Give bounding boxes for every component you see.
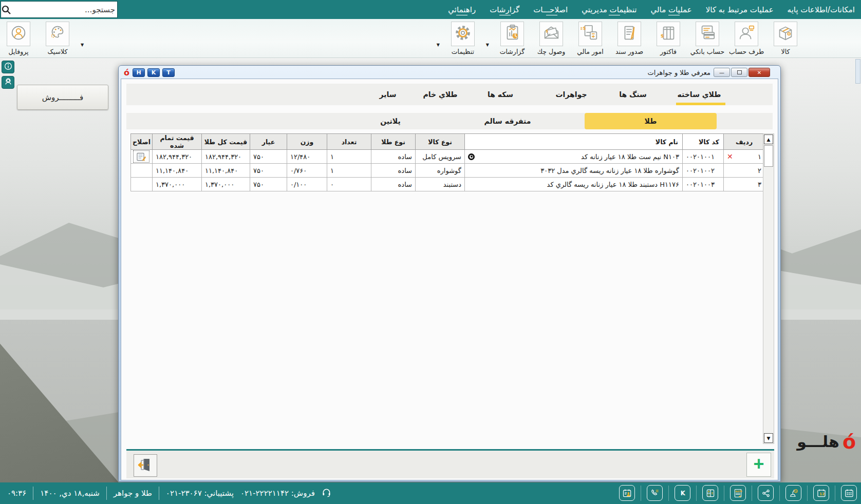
view-eye-icon[interactable] <box>468 153 475 160</box>
column-header-item-type[interactable]: نوع کالا <box>416 134 465 150</box>
main-tab[interactable]: سنگ ها <box>600 84 666 105</box>
calendar-grid-icon[interactable] <box>841 485 857 501</box>
column-header-gold-type[interactable]: نوع طلا <box>371 134 416 150</box>
svg-text:K: K <box>680 490 685 497</box>
grid-vertical-scrollbar[interactable]: ▲ ▼ <box>763 133 774 444</box>
tray-separator <box>696 486 697 501</box>
column-header-weight[interactable]: وزن <box>287 134 327 150</box>
tray-separator <box>779 486 780 501</box>
titlebar-letter-button[interactable]: T <box>162 68 175 77</box>
toolbar-item-finance[interactable]: $≡ امور مالي <box>574 22 606 55</box>
cell-item-name: گوشواره طلا ۱۸ عيار زنانه ريسه گالري مدل… <box>465 164 683 178</box>
toolbar-item-reports[interactable]: گزارشات <box>496 22 528 55</box>
delete-mark-icon[interactable]: ✕ <box>727 153 733 160</box>
scroll-up-button[interactable]: ▲ <box>764 134 773 144</box>
dialog-body: طلاي ساختهسنگ هاجواهراتسکه هاطلاي خامساي… <box>121 79 778 480</box>
reports-dropdown-arrow[interactable]: ▼ <box>486 43 489 47</box>
menu-item[interactable]: اصلاحـــات <box>533 5 568 14</box>
menu-item[interactable]: عمليات مالي <box>650 5 691 14</box>
column-header-row-number[interactable]: رديف <box>724 134 765 150</box>
toolbar-item-check-receipt[interactable]: $ وصول چك <box>535 22 567 55</box>
inkwell-clock-icon[interactable] <box>785 485 801 501</box>
cell-item-type: گوشواره <box>416 164 465 178</box>
support-button[interactable] <box>2 76 14 89</box>
menu-item[interactable]: عمليات مرتبط به کالا <box>706 5 774 14</box>
sales-shortcut-button[interactable]: فـــــــــروش <box>17 85 108 110</box>
svg-text:NOTE: NOTE <box>735 490 742 492</box>
column-header-gold-price[interactable]: قيمت کل طلا <box>202 134 250 150</box>
toolbar-item-customer[interactable]: طرف حساب <box>731 22 762 55</box>
toolbar-label: کالا <box>781 48 790 55</box>
toolbar-item-issue-document[interactable]: صدور سند <box>613 22 645 55</box>
grid-row[interactable]: ✕ ۱ ۰۰۲۰۱۰۰۱ نيم ست طلا ۱۸ عيار زنانه کد… <box>131 150 765 164</box>
menu-item[interactable]: امکانات/اطلاعات پايه <box>788 5 855 14</box>
add-row-button[interactable]: + <box>746 453 771 477</box>
scroll-down-button[interactable]: ▼ <box>764 433 773 443</box>
column-header-item-code[interactable]: کد کالا <box>683 134 724 150</box>
info-icon <box>4 62 12 72</box>
menu-item[interactable]: تنظيمات مديريتي <box>582 5 637 14</box>
toolbar-item-classic-theme[interactable]: کلاسیک <box>42 22 73 55</box>
search-box[interactable] <box>1 2 117 17</box>
sales-phone: فروش: ۰۲۱-۲۲۲۲۱۱۴۲ <box>240 489 315 498</box>
edit-row-button[interactable] <box>134 151 149 162</box>
sub-tab[interactable]: طلا <box>585 113 717 129</box>
toolbar-label: تنظيمات <box>452 48 474 55</box>
settings-dropdown-arrow[interactable]: ▼ <box>437 43 440 47</box>
note-icon[interactable]: NOTE <box>730 485 746 501</box>
gear-icon <box>453 23 473 45</box>
exit-button[interactable] <box>134 454 157 477</box>
k-key-icon[interactable]: K <box>675 485 690 501</box>
statusbar-icon-tray: K NOTE 12 <box>619 485 857 501</box>
search-input[interactable] <box>11 2 119 17</box>
info-button[interactable] <box>2 61 14 73</box>
calendar-12-icon[interactable]: 12 <box>813 485 829 501</box>
grid-row[interactable]: ✕ ۳ ۰۰۲۰۱۰۰۳ دستبند طلا ۱۸ عيار زنانه ري… <box>131 178 765 191</box>
bank-card-icon <box>698 23 717 45</box>
cell-item-name: دستبند طلا ۱۸ عيار زنانه ريسه گالري کد H… <box>465 178 683 191</box>
share-icon[interactable] <box>758 485 774 501</box>
calculator-icon[interactable] <box>702 485 718 501</box>
palette-icon <box>48 23 67 45</box>
phone-list-icon[interactable] <box>647 485 663 501</box>
column-header-total-price[interactable]: قيمت تمام شده <box>153 134 202 150</box>
support-headset-icon <box>4 77 12 88</box>
toolbar-item-invoice[interactable]: $ فاکتور <box>652 22 684 55</box>
toolbar-item-settings[interactable]: تنظيمات <box>447 22 479 55</box>
main-tab[interactable]: طلاي ساخته <box>666 84 733 105</box>
menu-item[interactable]: راهنمائي <box>448 5 476 14</box>
cell-total-price: ۱۸۲,۹۴۴,۳۲۰ <box>153 150 202 164</box>
close-button[interactable]: ✕ <box>748 68 770 77</box>
column-header-karat[interactable]: عيار <box>250 134 287 150</box>
toolbar-item-goods[interactable]: کالا <box>770 22 801 55</box>
main-tab[interactable]: جواهرات <box>538 84 605 105</box>
calendar-user-icon[interactable] <box>619 485 635 501</box>
dialog-titlebar[interactable]: ó HKT معرفي طلا و جواهرات — ✕ <box>121 66 778 79</box>
column-header-edit[interactable]: اصلاح <box>131 134 153 150</box>
maximize-button[interactable] <box>731 68 747 77</box>
cell-gold-type: ساده <box>371 150 416 164</box>
document-pencil-icon <box>620 23 639 45</box>
tray-separator <box>724 486 724 501</box>
column-header-item-name[interactable]: نام کالا <box>465 134 683 150</box>
toolbar-item-bank-account[interactable]: حساب بانکي <box>691 22 723 55</box>
sub-tab[interactable]: متفرقه سالم <box>461 113 554 129</box>
titlebar-letter-button[interactable]: H <box>133 68 145 77</box>
titlebar-letter-button[interactable]: K <box>147 68 160 77</box>
desktop-right-scrollbar[interactable] <box>855 59 860 84</box>
toolbar-label: حساب بانکي <box>690 48 725 55</box>
sub-tab[interactable]: پلاتين <box>344 113 437 129</box>
toolbar-left-group: پروفایل کلاسیک ▼ <box>3 22 84 55</box>
cell-item-code: ۰۰۲۰۱۰۰۱ <box>683 150 724 164</box>
minimize-button[interactable]: — <box>714 68 730 77</box>
main-tab[interactable]: ساير <box>354 84 421 105</box>
toolbar-item-profile[interactable]: پروفایل <box>3 22 34 55</box>
scrollbar-thumb[interactable] <box>764 145 773 167</box>
cell-gold-type: ساده <box>371 178 416 191</box>
classic-dropdown-arrow[interactable]: ▼ <box>81 43 84 47</box>
column-header-count[interactable]: تعداد <box>327 134 371 150</box>
toolbar-label: کلاسیک <box>48 48 68 55</box>
menu-item[interactable]: گزارشات <box>490 5 519 14</box>
grid-row[interactable]: ✕ ۲ ۰۰۲۰۱۰۰۲ گوشواره طلا ۱۸ عيار زنانه ر… <box>131 164 765 178</box>
main-tab[interactable]: سکه ها <box>467 84 534 105</box>
